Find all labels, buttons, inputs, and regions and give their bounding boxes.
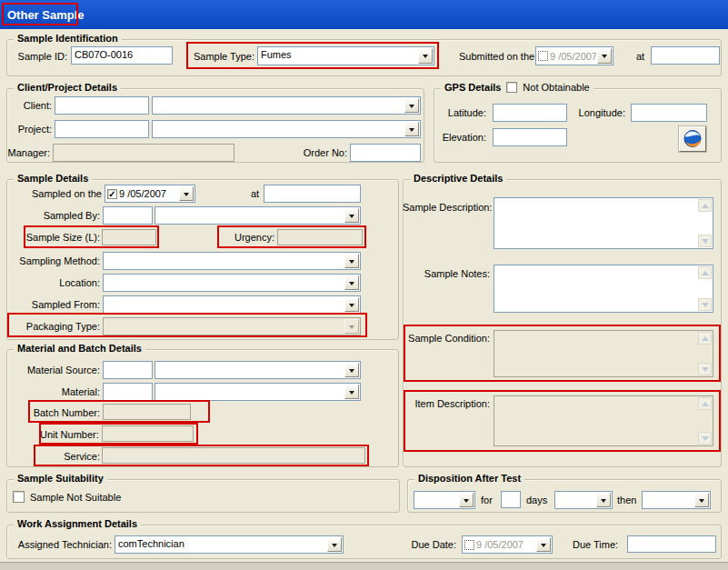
sample-notes-textarea[interactable] [494, 265, 713, 313]
sampled-date-dropdown-button[interactable] [179, 186, 194, 201]
disposition-value [414, 492, 458, 508]
elevation-label: Elevation: [439, 132, 486, 143]
window-bottom-edge [0, 562, 728, 570]
sample-details-legend: Sample Details [14, 173, 92, 184]
packaging-type-select [103, 317, 361, 335]
sample-type-select[interactable]: Fumes [257, 46, 434, 65]
not-obtainable-label: Not Obtainable [523, 82, 589, 93]
location-dropdown-button[interactable] [344, 275, 359, 290]
sampled-time-input[interactable] [264, 185, 361, 203]
sampled-from-dropdown-button[interactable] [344, 297, 359, 312]
scroll-up-button[interactable] [698, 266, 712, 279]
scroll-down-button[interactable] [698, 298, 712, 311]
triangle-up-icon [702, 333, 709, 341]
disposition-then-dropdown-button[interactable] [694, 493, 709, 507]
gps-details-legend: GPS Details [444, 82, 501, 93]
sample-type-dropdown-button[interactable] [418, 48, 433, 64]
sample-id-input[interactable]: CB07O-0016 [71, 46, 173, 65]
chevron-down-icon [349, 260, 354, 266]
scroll-down-button[interactable] [698, 235, 712, 247]
disposition-for-label: for [481, 495, 493, 505]
location-select[interactable] [103, 274, 361, 292]
assigned-technician-dropdown-button[interactable] [327, 537, 342, 552]
client-code-input[interactable] [55, 96, 149, 115]
disposition-period-value [555, 492, 595, 508]
disposition-days-label: days [526, 495, 547, 505]
material-source-code-input[interactable] [103, 361, 153, 379]
assigned-technician-value: comTechnician [115, 536, 326, 553]
disposition-days-input[interactable] [501, 491, 521, 508]
sampling-method-label: Sampling Method: [7, 255, 100, 266]
packaging-type-value [104, 318, 344, 335]
scroll-up-button[interactable] [698, 199, 712, 212]
sampled-by-select[interactable] [155, 206, 361, 225]
material-source-value [155, 362, 344, 378]
due-date-checkbox[interactable] [464, 540, 474, 550]
sampling-method-select[interactable] [103, 252, 361, 270]
chevron-down-icon [409, 105, 414, 111]
not-obtainable-checkbox[interactable] [506, 82, 517, 93]
material-source-label: Material Source: [7, 365, 100, 375]
gps-locate-button[interactable] [679, 126, 706, 152]
project-name-select[interactable] [152, 120, 421, 138]
triangle-up-icon [702, 267, 709, 275]
sampled-by-dropdown-button[interactable] [344, 208, 359, 223]
disposition-select[interactable] [414, 491, 475, 509]
sampled-date-value: 9 /05/2007 [117, 188, 178, 199]
chevron-down-icon [602, 55, 607, 61]
sample-condition-textarea [494, 330, 713, 377]
title-bar: Other Sample [0, 0, 728, 29]
sample-size-label: Sample Size (L): [25, 232, 100, 243]
sampling-method-dropdown-button[interactable] [344, 254, 359, 268]
due-date-picker[interactable]: 9 /05/2007 [462, 535, 553, 554]
chevron-down-icon [349, 391, 354, 397]
material-select[interactable] [155, 383, 361, 401]
material-dropdown-button[interactable] [344, 385, 359, 399]
submitted-date-checkbox[interactable] [538, 51, 548, 61]
disposition-then-select[interactable] [642, 491, 711, 509]
order-no-label: Order No: [295, 147, 347, 158]
material-source-dropdown-button[interactable] [344, 363, 359, 377]
material-code-input[interactable] [103, 383, 153, 401]
triangle-down-icon [702, 303, 709, 311]
submitted-date-picker[interactable]: 9 /05/2007 [535, 46, 613, 65]
triangle-down-icon [702, 367, 709, 375]
material-source-select[interactable] [155, 361, 361, 379]
assigned-technician-select[interactable]: comTechnician [115, 535, 344, 554]
chevron-down-icon [423, 55, 428, 61]
sampled-date-checkbox[interactable]: ✓ [107, 189, 117, 199]
sampling-method-value [104, 253, 344, 269]
elevation-input[interactable] [493, 128, 567, 146]
latitude-input[interactable] [493, 104, 567, 122]
sample-not-suitable-checkbox[interactable] [13, 491, 25, 503]
longitude-input[interactable] [631, 104, 707, 122]
disposition-period-select[interactable] [554, 491, 613, 509]
sample-type-value: Fumes [258, 47, 417, 65]
disposition-then-value [643, 492, 693, 508]
submitted-date-dropdown-button[interactable] [597, 48, 612, 64]
sample-suitability-legend: Sample Suitability [14, 473, 107, 484]
project-code-input[interactable] [55, 120, 149, 138]
batch-number-field [103, 404, 191, 420]
order-no-input[interactable] [350, 144, 421, 162]
service-label: Service: [55, 451, 100, 462]
due-date-label: Due Date: [409, 539, 456, 550]
scroll-up-button [698, 332, 712, 345]
disposition-dropdown-button[interactable] [459, 493, 474, 507]
sample-identification-legend: Sample Identification [14, 33, 122, 44]
due-date-dropdown-button[interactable] [536, 537, 551, 552]
sample-description-textarea[interactable] [494, 197, 713, 249]
chevron-down-icon [349, 325, 354, 332]
project-dropdown-button[interactable] [404, 122, 419, 136]
client-dropdown-button[interactable] [404, 98, 419, 113]
triangle-up-icon [702, 398, 709, 406]
client-name-select[interactable] [152, 96, 421, 115]
submitted-time-input[interactable] [651, 46, 720, 65]
due-time-input[interactable] [627, 535, 716, 553]
sampled-by-code-input[interactable] [103, 206, 153, 225]
submitted-date-value: 9 /05/2007 [548, 51, 596, 62]
disposition-period-dropdown-button[interactable] [596, 493, 611, 507]
sampled-from-select[interactable] [103, 295, 361, 314]
sampled-date-picker[interactable]: ✓ 9 /05/2007 [105, 185, 195, 203]
urgency-field [277, 229, 363, 245]
